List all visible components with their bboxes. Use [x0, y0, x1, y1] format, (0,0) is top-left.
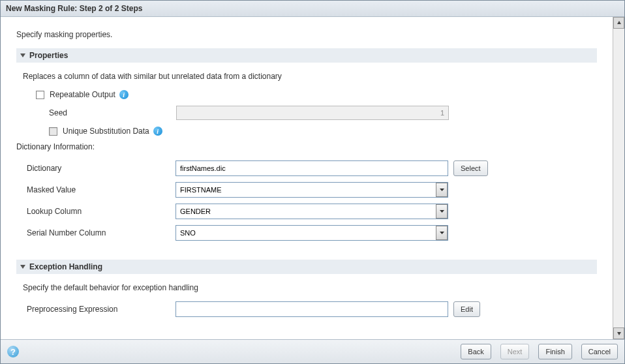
- chevron-down-icon: [440, 189, 444, 191]
- scroll-up-button[interactable]: [613, 17, 624, 29]
- cancel-button[interactable]: Cancel: [581, 344, 618, 359]
- svg-marker-0: [440, 189, 444, 191]
- content-area: Specify masking properties. Properties R…: [1, 17, 624, 339]
- seed-label: Seed: [49, 108, 176, 117]
- window-title: New Masking Rule: Step 2 of 2 Steps: [1, 1, 624, 17]
- scroll-down-button[interactable]: [613, 327, 624, 339]
- preprocessing-row: Preprocessing Expression Edit: [27, 301, 597, 317]
- scroll-down-icon: [617, 331, 622, 336]
- dictionary-label: Dictionary: [27, 164, 175, 173]
- finish-button[interactable]: Finish: [538, 344, 572, 359]
- footer-buttons: Back Next Finish Cancel: [455, 344, 618, 359]
- repeatable-output-checkbox[interactable]: [36, 91, 44, 99]
- properties-title: Properties: [29, 51, 68, 60]
- chevron-down-icon: [440, 210, 444, 213]
- scroll-track[interactable]: [613, 29, 624, 327]
- repeatable-output-row: Repeatable Output i: [36, 90, 597, 99]
- unique-substitution-checkbox[interactable]: [49, 127, 57, 136]
- lookup-column-input[interactable]: [175, 204, 448, 219]
- masked-value-select[interactable]: [175, 182, 448, 198]
- dropdown-button[interactable]: [436, 226, 448, 240]
- exception-section-header[interactable]: Exception Handling: [16, 260, 597, 274]
- repeatable-output-label: Repeatable Output: [50, 90, 115, 99]
- serial-number-input[interactable]: [175, 225, 448, 241]
- preprocessing-label: Preprocessing Expression: [27, 305, 175, 314]
- svg-marker-3: [617, 21, 621, 24]
- dialog-window: New Masking Rule: Step 2 of 2 Steps Spec…: [0, 0, 625, 364]
- lookup-column-label: Lookup Column: [27, 207, 175, 216]
- dropdown-button[interactable]: [436, 183, 448, 197]
- lookup-column-select[interactable]: [175, 204, 448, 219]
- unique-substitution-label: Unique Substitution Data: [63, 127, 149, 136]
- properties-section-header[interactable]: Properties: [16, 48, 597, 63]
- scroll-up-icon: [617, 20, 622, 25]
- next-button[interactable]: Next: [500, 344, 530, 359]
- dropdown-button[interactable]: [436, 204, 448, 219]
- info-icon[interactable]: i: [119, 90, 129, 99]
- masked-value-row: Masked Value: [27, 182, 597, 198]
- svg-marker-2: [440, 232, 444, 234]
- info-icon[interactable]: i: [153, 127, 162, 136]
- serial-number-row: Serial Number Column: [27, 225, 597, 241]
- back-button[interactable]: Back: [461, 344, 491, 359]
- svg-marker-1: [440, 210, 444, 213]
- serial-number-select[interactable]: [175, 225, 448, 241]
- seed-input[interactable]: [176, 106, 449, 120]
- collapse-arrow-icon: [20, 265, 25, 269]
- dictionary-info-heading: Dictionary Information:: [16, 142, 597, 151]
- edit-button[interactable]: Edit: [453, 301, 480, 317]
- dialog-footer: ? Back Next Finish Cancel: [1, 339, 624, 363]
- preprocessing-input[interactable]: [175, 301, 448, 317]
- unique-substitution-row: Unique Substitution Data i: [49, 127, 597, 136]
- help-icon[interactable]: ?: [7, 346, 19, 357]
- masked-value-label: Masked Value: [27, 185, 175, 194]
- svg-marker-4: [617, 332, 621, 335]
- dictionary-input[interactable]: [175, 160, 448, 176]
- collapse-arrow-icon: [20, 53, 25, 57]
- select-button[interactable]: Select: [453, 160, 488, 176]
- serial-number-label: Serial Number Column: [27, 228, 175, 237]
- seed-row: Seed: [49, 106, 597, 120]
- vertical-scrollbar[interactable]: [613, 17, 624, 339]
- intro-text: Specify masking properties.: [16, 30, 597, 39]
- chevron-down-icon: [440, 232, 444, 234]
- exception-title: Exception Handling: [29, 262, 102, 271]
- scroll-content: Specify masking properties. Properties R…: [1, 17, 613, 339]
- exception-description: Specify the default behavior for excepti…: [23, 283, 597, 292]
- dictionary-row: Dictionary Select: [27, 160, 597, 176]
- masked-value-input[interactable]: [175, 182, 448, 198]
- properties-description: Replaces a column of data with similar b…: [23, 72, 597, 81]
- lookup-column-row: Lookup Column: [27, 204, 597, 219]
